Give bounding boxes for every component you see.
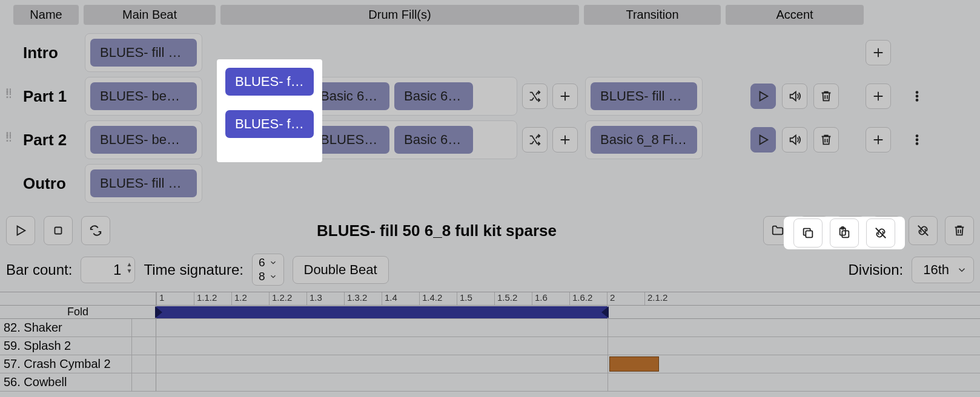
part-name: Outro xyxy=(11,174,81,193)
ruler[interactable]: 11.1.21.21.2.21.31.3.21.41.4.21.51.5.21.… xyxy=(0,292,980,306)
ruler-tick: 1.3.2 xyxy=(344,292,382,305)
track-row: 59. Splash 2 xyxy=(0,337,980,355)
editor-delete-button[interactable] xyxy=(945,216,974,245)
accent-delete-button[interactable] xyxy=(813,84,839,109)
ruler-tick: 2 xyxy=(607,292,644,305)
main-beat-chip[interactable]: BLUES- beat ... xyxy=(90,126,197,154)
ruler-tick: 1.5.2 xyxy=(494,292,532,305)
fill-chip[interactable]: BLUES- fi... xyxy=(311,126,389,154)
add-fill-button[interactable] xyxy=(552,127,578,153)
col-drum-fills: Drum Fill(s) xyxy=(220,5,579,25)
ruler-tick: 2.1.2 xyxy=(644,292,682,305)
division-select[interactable]: 16th xyxy=(912,257,974,283)
time-signature-label: Time signature: xyxy=(144,261,243,278)
ruler-tick: 1.6.2 xyxy=(569,292,607,305)
part-name: Intro xyxy=(11,44,81,62)
part-row: IntroBLUES- fill 38 ... xyxy=(5,31,975,74)
division-label: Division: xyxy=(848,261,903,278)
fill-chip[interactable]: Basic 6_... xyxy=(394,126,473,154)
part-row: ⠿ ⠿Part 2BLUES- beat ...BLUES- fi...BLUE… xyxy=(5,118,975,162)
save-button[interactable] xyxy=(800,216,829,245)
add-part-button[interactable] xyxy=(866,40,891,65)
track-name[interactable]: 59. Splash 2 xyxy=(0,337,132,355)
main-beat-chip[interactable]: BLUES- fill 67 ... xyxy=(90,169,197,197)
part-row: ⠿ ⠿Part 1BLUES- beat ...BLUES- fi...Basi… xyxy=(5,74,975,118)
shuffle-button[interactable] xyxy=(522,127,548,153)
main-beat-chip[interactable]: BLUES- beat ... xyxy=(90,82,197,110)
editor-toolbar: BLUES- fill 50 6_8 full kit sparse xyxy=(0,211,980,250)
track-name[interactable]: 56. Cowbell xyxy=(0,373,132,391)
open-folder-button[interactable] xyxy=(763,216,792,245)
part-name: Part 1 xyxy=(11,87,81,106)
editor-stop-button[interactable] xyxy=(44,216,73,245)
col-transition: Transition xyxy=(584,5,721,25)
ruler-tick: 1.5 xyxy=(457,292,494,305)
midi-note[interactable] xyxy=(609,356,659,372)
fill-chip[interactable]: Basic 6_... xyxy=(311,82,389,110)
ruler-tick: 1.1.2 xyxy=(194,292,231,305)
track-lane[interactable] xyxy=(156,337,980,355)
editor-title: BLUES- fill 50 6_8 full kit sparse xyxy=(119,221,755,240)
song-parts-table: Name Main Beat Drum Fill(s) Transition A… xyxy=(0,0,980,205)
track-row: 56. Cowbell xyxy=(0,373,980,392)
bar-count-input[interactable]: 1 ▲▼ xyxy=(81,257,135,283)
part-row: OutroBLUES- fill 67 ... xyxy=(5,162,975,205)
time-signature-picker[interactable]: 6 8 xyxy=(252,254,284,286)
track-lane[interactable] xyxy=(156,319,980,336)
drag-handle[interactable]: ⠿ ⠿ xyxy=(5,88,11,105)
drag-handle[interactable]: ⠿ ⠿ xyxy=(5,131,11,148)
accent-play-button[interactable] xyxy=(750,84,776,109)
fold-button[interactable]: Fold xyxy=(0,306,156,318)
shuffle-button[interactable] xyxy=(522,84,548,109)
accent-volume-button[interactable] xyxy=(782,127,807,153)
main-beat-chip[interactable]: BLUES- fill 38 ... xyxy=(90,39,197,67)
ruler-tick: 1.2 xyxy=(231,292,269,305)
track-row: 82. Shaker xyxy=(0,319,980,337)
fill-chip[interactable]: Basic 6_... xyxy=(394,82,473,110)
add-part-button[interactable] xyxy=(866,127,891,153)
piano-roll: 11.1.21.21.2.21.31.3.21.41.4.21.51.5.21.… xyxy=(0,292,980,392)
editor-loop-button[interactable] xyxy=(81,216,110,245)
paste-button[interactable] xyxy=(872,216,901,245)
editor-play-button[interactable] xyxy=(6,216,35,245)
double-beat-button[interactable]: Double Beat xyxy=(293,256,389,284)
accent-play-button[interactable] xyxy=(750,127,776,153)
editor-params: Bar count: 1 ▲▼ Time signature: 6 8 Doub… xyxy=(0,250,980,289)
ruler-tick: 1 xyxy=(156,292,194,305)
part-name: Part 2 xyxy=(11,131,81,149)
track-lane[interactable] xyxy=(156,373,980,391)
add-part-button[interactable] xyxy=(866,84,891,109)
track-lane[interactable] xyxy=(156,355,980,373)
accent-delete-button[interactable] xyxy=(813,127,839,153)
fill-chip[interactable]: BLUES- fi... xyxy=(227,82,306,110)
add-fill-button[interactable] xyxy=(552,84,578,109)
ruler-tick: 1.6 xyxy=(532,292,569,305)
fill-chip[interactable]: BLUES- fi... xyxy=(227,126,306,154)
transition-chip[interactable]: Basic 6_8 Fill ... xyxy=(591,126,697,154)
bar-count-spinner[interactable]: ▲▼ xyxy=(127,261,133,274)
parts-header: Name Main Beat Drum Fill(s) Transition A… xyxy=(5,5,975,25)
bar-count-label: Bar count: xyxy=(6,261,72,278)
track-row: 57. Crash Cymbal 2 xyxy=(0,355,980,373)
unlink-button[interactable] xyxy=(909,216,938,245)
track-name[interactable]: 57. Crash Cymbal 2 xyxy=(0,355,132,373)
part-more-button[interactable] xyxy=(904,84,930,109)
col-name: Name xyxy=(13,5,79,25)
transition-chip[interactable]: BLUES- fill 52 ... xyxy=(591,82,697,110)
loop-region[interactable] xyxy=(156,306,980,318)
ruler-tick: 1.4 xyxy=(382,292,419,305)
ruler-tick: 1.2.2 xyxy=(269,292,306,305)
track-name[interactable]: 82. Shaker xyxy=(0,319,132,336)
copy-button[interactable] xyxy=(836,216,865,245)
col-main-beat: Main Beat xyxy=(84,5,216,25)
ruler-tick: 1.3 xyxy=(306,292,344,305)
accent-volume-button[interactable] xyxy=(782,84,807,109)
col-accent: Accent xyxy=(726,5,864,25)
ruler-tick: 1.4.2 xyxy=(419,292,457,305)
part-more-button[interactable] xyxy=(904,127,930,153)
